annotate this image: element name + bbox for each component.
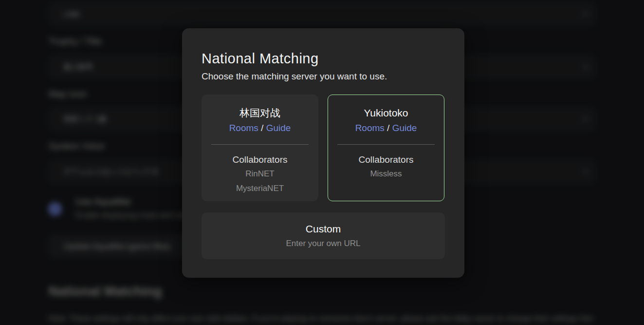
- collaborators-label: Collaborators: [328, 154, 444, 166]
- card-divider: [337, 144, 435, 145]
- guide-link[interactable]: Guide: [266, 123, 291, 133]
- guide-link[interactable]: Guide: [392, 123, 417, 133]
- rooms-link[interactable]: Rooms: [355, 123, 385, 133]
- modal-subtitle: Choose the matching server you want to u…: [202, 71, 445, 82]
- collaborators-label: Collaborators: [202, 154, 318, 166]
- custom-card-title: Custom: [306, 223, 341, 235]
- card-divider: [211, 144, 309, 145]
- collaborator-item: RinNET: [202, 167, 318, 180]
- server-links: Rooms / Guide: [202, 122, 318, 134]
- custom-card-subtitle: Enter your own URL: [286, 239, 360, 249]
- link-separator: /: [385, 123, 392, 133]
- server-name: 林国对战: [202, 107, 318, 119]
- national-matching-modal: National Matching Choose the matching se…: [182, 28, 464, 278]
- rooms-link[interactable]: Rooms: [229, 123, 258, 133]
- server-card-custom[interactable]: Custom Enter your own URL: [202, 212, 445, 259]
- collaborator-item: MysteriaNET: [202, 182, 318, 195]
- link-separator: /: [258, 123, 266, 133]
- collaborator-item: Missless: [328, 167, 444, 180]
- server-name: Yukiotoko: [328, 107, 444, 119]
- server-links: Rooms / Guide: [328, 122, 444, 134]
- server-card-linguo[interactable]: 林国对战 Rooms / Guide Collaborators RinNET …: [202, 95, 318, 201]
- modal-title: National Matching: [202, 50, 445, 67]
- server-options-row: 林国对战 Rooms / Guide Collaborators RinNET …: [202, 95, 445, 201]
- server-card-yukiotoko[interactable]: Yukiotoko Rooms / Guide Collaborators Mi…: [328, 95, 444, 201]
